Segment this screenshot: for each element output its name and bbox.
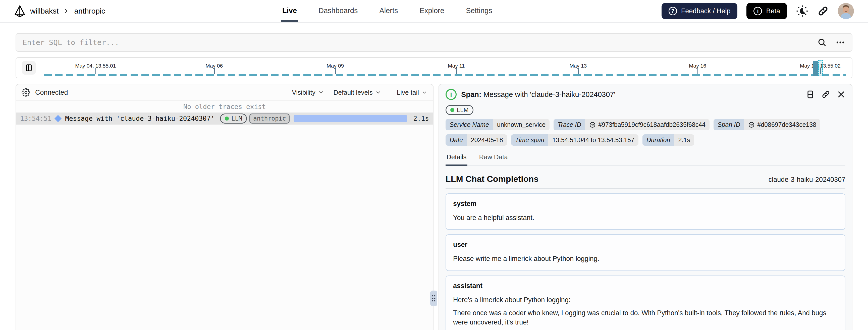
tick-mark — [698, 68, 698, 74]
sql-filter-input[interactable] — [23, 38, 817, 47]
chevron-down-icon — [318, 89, 324, 95]
panel-toggle-icon — [25, 64, 33, 72]
no-older-traces-message: No older traces exist — [16, 101, 433, 113]
message-content: Please write me a limerick about Python … — [453, 254, 838, 263]
llm-badge: LLM — [445, 105, 473, 115]
nav-settings[interactable]: Settings — [464, 0, 494, 22]
tick-mark — [456, 68, 457, 74]
date-chip[interactable]: Date 2024-05-18 — [445, 134, 507, 146]
green-dot-icon — [225, 117, 229, 121]
feedback-help-button[interactable]: ? Feedback / Help — [661, 3, 738, 19]
beta-button[interactable]: i Beta — [746, 3, 787, 19]
tick-mark — [95, 68, 96, 74]
model-name: claude-3-haiku-20240307 — [769, 176, 845, 184]
info-icon: i — [753, 7, 762, 15]
histogram-bar[interactable] — [813, 61, 818, 76]
close-icon[interactable] — [837, 90, 845, 99]
green-dot-icon — [450, 108, 454, 112]
llm-section-header: LLM Chat Completions claude-3-haiku-2024… — [445, 174, 845, 184]
message-card-system: system You are a helpful assistant. — [445, 193, 845, 230]
message-role: assistant — [453, 282, 838, 290]
tab-raw-data[interactable]: Raw Data — [478, 153, 508, 166]
gear-icon[interactable] — [22, 88, 30, 97]
time-span-chip[interactable]: Time span 13:54:51.044 to 13:54:53.157 — [511, 134, 639, 146]
copy-link-button[interactable] — [817, 5, 829, 17]
visibility-dropdown[interactable]: Visibility — [292, 89, 324, 96]
histogram-baseline — [44, 74, 846, 76]
link-icon — [748, 122, 755, 128]
divider — [389, 84, 389, 100]
tick-mark — [214, 68, 215, 74]
tick-mark — [335, 68, 336, 74]
moon-sparkle-icon — [796, 5, 808, 17]
span-status-info-icon: i — [445, 89, 457, 100]
top-bar: willbakst anthropic Live Dashboards Aler… — [0, 0, 868, 23]
span-detail-tabs: Details Raw Data — [445, 153, 845, 166]
message-card-assistant: assistant Here's a limerick about Python… — [445, 275, 845, 330]
live-tail-dropdown[interactable]: Live tail — [397, 89, 428, 96]
search-icon[interactable] — [817, 38, 827, 47]
app-logo-icon[interactable] — [14, 5, 26, 17]
traces-panel: Connected Visibility Default levels Live… — [16, 84, 434, 330]
divider — [445, 188, 845, 189]
service-name-chip[interactable]: Service Name unknown_service — [445, 119, 550, 130]
breadcrumb-org[interactable]: willbakst — [30, 7, 59, 15]
question-icon: ? — [669, 7, 677, 15]
nav-alerts[interactable]: Alerts — [378, 0, 399, 22]
nav-dashboards[interactable]: Dashboards — [317, 0, 359, 22]
trace-timestamp: 13:54:51 — [20, 115, 52, 122]
time-selection-brush[interactable] — [818, 60, 823, 76]
span-title: Span: Message with 'claude-3-haiku-20240… — [461, 90, 615, 99]
message-role: user — [453, 241, 838, 249]
main-split-view: Connected Visibility Default levels Live… — [16, 84, 852, 330]
sidebar-toggle-button[interactable] — [22, 61, 36, 74]
chevron-right-icon — [63, 8, 69, 14]
default-levels-dropdown[interactable]: Default levels — [334, 89, 381, 96]
time-range-histogram: May 04, 13:55:01 May 06 May 09 May 11 Ma… — [16, 57, 852, 78]
span-detail-panel: i Span: Message with 'claude-3-haiku-202… — [438, 84, 852, 330]
chevron-down-icon — [422, 89, 428, 95]
histogram-chart[interactable]: May 04, 13:55:01 May 06 May 09 May 11 Ma… — [44, 58, 846, 78]
span-header: i Span: Message with 'claude-3-haiku-202… — [445, 89, 845, 100]
chevron-down-icon — [375, 89, 381, 95]
duration-chip[interactable]: Duration 2.1s — [643, 134, 694, 146]
nav-explore[interactable]: Explore — [418, 0, 446, 22]
tab-details[interactable]: Details — [445, 153, 467, 166]
trace-duration: 2.1s — [413, 115, 429, 122]
message-role: system — [453, 200, 838, 208]
link-icon[interactable] — [821, 90, 830, 99]
span-properties-row-1: Service Name unknown_service Trace ID #9… — [445, 119, 845, 130]
span-diamond-icon — [55, 115, 62, 122]
trace-id-chip[interactable]: Trace ID #973fba5919cf9c618aafdb2635f68c… — [554, 119, 710, 130]
grip-dots-icon — [431, 294, 436, 303]
trace-title: Message with 'claude-3-haiku-20240307' — [65, 115, 215, 122]
span-id-chip[interactable]: Span ID #d08697de343ce138 — [714, 119, 820, 130]
panel-resize-handle[interactable] — [430, 291, 437, 306]
message-content: Here's a limerick about Python logging: — [453, 295, 838, 304]
message-content: You are a helpful assistant. — [453, 213, 838, 222]
nav-live[interactable]: Live — [281, 0, 299, 22]
duration-bar — [293, 115, 407, 122]
top-bar-actions: ? Feedback / Help i Beta — [661, 3, 854, 19]
message-content: There once was a coder who knew, Logging… — [453, 308, 838, 327]
message-card-user: user Please write me a limerick about Py… — [445, 234, 845, 271]
llm-badge: LLM — [220, 114, 247, 124]
sql-filter-bar — [16, 33, 852, 52]
avatar-image — [838, 3, 854, 19]
breadcrumb: willbakst anthropic — [14, 5, 105, 17]
split-view-icon[interactable] — [806, 90, 815, 99]
section-title: LLM Chat Completions — [445, 174, 538, 184]
tick-mark — [578, 68, 579, 74]
connection-status: Connected — [35, 89, 68, 96]
link-icon — [817, 5, 829, 17]
traces-panel-header: Connected Visibility Default levels Live… — [16, 84, 433, 101]
user-avatar[interactable] — [838, 3, 854, 19]
main-nav: Live Dashboards Alerts Explore Settings — [281, 0, 494, 22]
theme-toggle-button[interactable] — [796, 5, 808, 17]
span-properties-row-2: Date 2024-05-18 Time span 13:54:51.044 t… — [445, 134, 845, 146]
trace-row[interactable]: 13:54:51 Message with 'claude-3-haiku-20… — [16, 113, 433, 125]
link-icon — [589, 122, 596, 128]
more-options-icon[interactable] — [835, 37, 845, 48]
breadcrumb-project[interactable]: anthropic — [74, 7, 105, 15]
source-badge: anthropic — [249, 114, 289, 124]
